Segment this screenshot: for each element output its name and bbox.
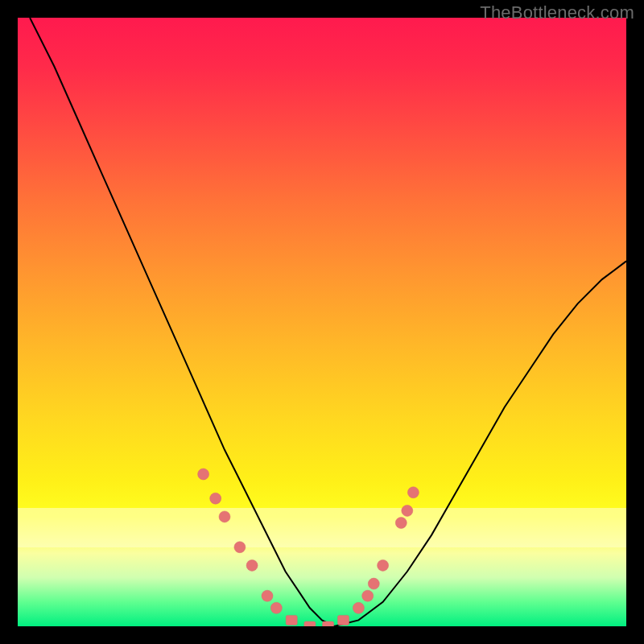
data-marker [219,511,230,522]
data-marker [198,469,209,480]
data-marker [378,559,389,571]
data-marker [270,602,282,613]
data-marker [338,615,349,625]
data-marker [362,590,374,601]
watermark-text: TheBottleneck.com [480,2,634,23]
data-marker [323,621,334,626]
marker-layer [198,469,419,626]
data-marker [262,590,273,601]
data-marker [402,505,413,516]
data-marker [407,487,419,498]
data-marker [368,578,379,589]
data-marker [353,602,364,613]
data-marker [210,493,221,504]
data-marker [286,615,297,625]
data-marker [304,621,316,626]
bottleneck-curve [30,18,626,626]
data-marker [246,559,258,571]
chart-svg [18,18,626,626]
data-marker [395,518,407,529]
data-marker [234,542,246,553]
